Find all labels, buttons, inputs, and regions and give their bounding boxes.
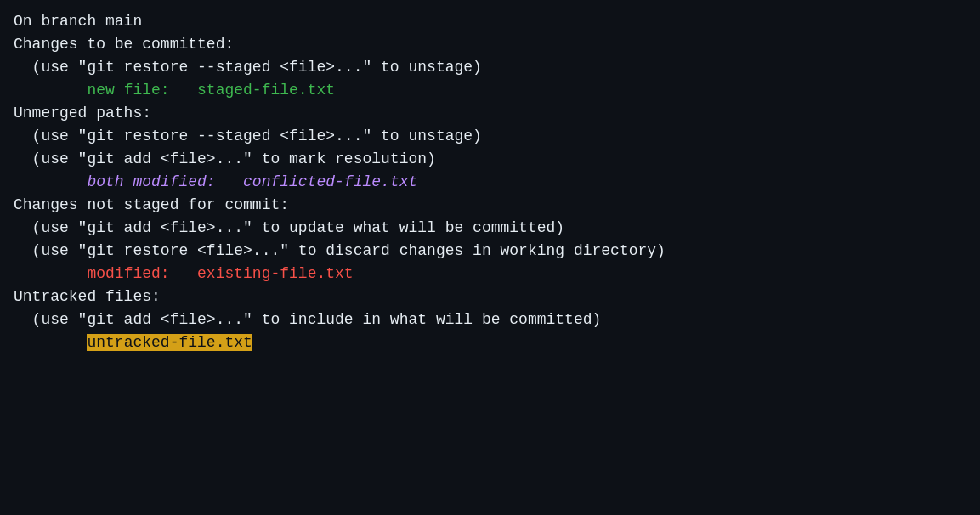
restore-staged-hint: (use "git restore --staged <file>..." to… [14,56,966,79]
not-staged-restore-hint: (use "git restore <file>..." to discard … [14,240,966,263]
untracked-header: Untracked files: [14,286,966,308]
unmerged-add-hint: (use "git add <file>..." to mark resolut… [14,148,966,171]
untracked-hint: (use "git add <file>..." to include in w… [14,308,966,331]
not-staged-header: Changes not staged for commit: [14,194,966,217]
unmerged-header: Unmerged paths: [14,102,966,125]
branch-line: On branch main [14,10,966,33]
changes-to-commit-header: Changes to be committed: [14,33,966,56]
conflicted-file-line: both modified: conflicted-file.txt [14,171,966,194]
staged-file-line: new file: staged-file.txt [14,79,966,102]
modified-file-line: modified: existing-file.txt [14,263,966,286]
terminal-output: On branch mainChanges to be committed: (… [14,10,966,505]
unmerged-restore-hint: (use "git restore --staged <file>..." to… [14,125,966,148]
untracked-file-line: untracked-file.txt [14,331,966,354]
not-staged-add-hint: (use "git add <file>..." to update what … [14,217,966,240]
